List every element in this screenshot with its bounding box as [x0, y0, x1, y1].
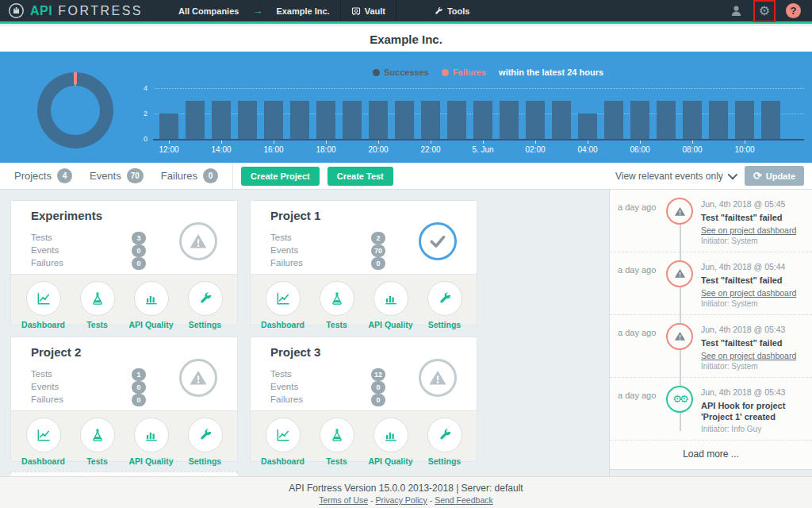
arrow-icon: → [249, 5, 266, 17]
gears-icon: ⚙⚙ [666, 386, 693, 413]
tests-icon [330, 291, 344, 306]
app-logo[interactable]: API FORTRESS [0, 2, 154, 19]
nav-tools[interactable]: Tools [423, 0, 481, 21]
settings-icon [438, 428, 452, 442]
events-filter-dropdown[interactable]: View relevant events only [615, 171, 735, 182]
y-tick-2: 2 [127, 110, 147, 117]
projects-grid: Experiments Tests Events Failures 3 0 0 … [0, 190, 609, 476]
nav-company[interactable]: Example Inc. [266, 0, 339, 21]
counter-failures-badge: 0 [203, 168, 218, 183]
footer-links: Terms of Use - Privacy Policy - Send Fee… [0, 495, 812, 505]
counters: Projects 4 Events 70 Failures 0 [0, 163, 232, 189]
stat-label-failures: Failures [31, 258, 63, 267]
action-dashboard[interactable]: Dashboard [259, 281, 308, 325]
check-icon [427, 231, 448, 252]
create-test-button[interactable]: Create Test [327, 167, 393, 186]
action-tests[interactable]: Tests [312, 281, 362, 325]
counter-projects: Projects 4 [14, 168, 72, 183]
nav-all-companies[interactable]: All Companies [168, 0, 249, 21]
action-settings[interactable]: Settings [181, 418, 230, 461]
nav-vault[interactable]: Vault [340, 0, 396, 21]
legend-caption: within the latest 24 hours [499, 67, 603, 77]
x-tick-mark [588, 140, 588, 144]
action-dashboard[interactable]: Dashboard [259, 418, 308, 461]
stat-label-failures: Failures [270, 394, 303, 404]
project-card-project-2[interactable]: Project 2 Tests Events Failures 1 0 0 Da… [10, 337, 238, 462]
settings-button[interactable]: ⚙ [754, 2, 775, 21]
event-dashboard-link[interactable]: See on project dashboard [701, 225, 806, 235]
x-tick-mark [640, 140, 641, 144]
event-dashboard-link[interactable]: See on project dashboard [701, 288, 806, 298]
navbar-right: ⚙ ? [730, 0, 812, 21]
action-settings[interactable]: Settings [181, 281, 230, 325]
counter-events: Events 70 [90, 168, 144, 183]
toolbar-divider [232, 163, 233, 190]
action-tests[interactable]: Tests [73, 281, 122, 325]
x-tick-label: 12:00 [159, 145, 178, 154]
x-tick-mark [483, 140, 484, 144]
action-dashboard[interactable]: Dashboard [19, 281, 68, 325]
settings-icon [438, 291, 452, 306]
action-tests-label: Tests [73, 320, 122, 329]
dashboard-icon [36, 427, 52, 443]
action-api-quality[interactable]: API Quality [127, 281, 176, 325]
stat-badge-events: 70 [371, 244, 385, 257]
title-bar: Example Inc. [0, 26, 812, 52]
action-api-quality[interactable]: API Quality [127, 418, 176, 461]
dashboard-icon [36, 291, 52, 306]
action-tests[interactable]: Tests [312, 418, 362, 461]
event-warning-icon [666, 323, 693, 350]
event-row: a day ago Jun, 4th 2018 @ 05:44 Test "fa… [610, 252, 812, 315]
stat-badge-tests: 1 [132, 368, 146, 381]
bar [552, 101, 571, 139]
action-tests-label: Tests [312, 456, 362, 466]
event-time: Jun, 4th 2018 @ 05:43 [701, 325, 806, 334]
stat-badge-events: 0 [371, 381, 385, 394]
event-time: Jun, 4th 2018 @ 05:44 [701, 262, 806, 271]
event-initiator: Initiator: System [701, 237, 806, 245]
event-time: Jun, 4th 2018 @ 05:45 [701, 199, 806, 209]
stat-label-tests: Tests [31, 233, 52, 242]
action-dashboard[interactable]: Dashboard [19, 418, 68, 461]
action-tests-label: Tests [73, 456, 122, 466]
load-more-button[interactable]: Load more ... [610, 441, 812, 469]
action-api-quality-label: API Quality [127, 320, 176, 329]
terms-link[interactable]: Terms of Use [319, 495, 368, 505]
nav-company-label: Example Inc. [276, 6, 329, 16]
help-icon: ? [791, 5, 797, 17]
x-tick-label: 18:00 [316, 145, 335, 154]
action-api-quality-label: API Quality [127, 456, 176, 466]
bar [238, 101, 257, 139]
feedback-link[interactable]: Send Feedback [435, 495, 493, 505]
project-card-project-3[interactable]: Project 3 Tests Events Failures 12 0 0 D… [250, 337, 477, 462]
action-settings[interactable]: Settings [420, 281, 469, 325]
action-api-quality-label: API Quality [366, 456, 416, 466]
user-button[interactable] [730, 4, 743, 17]
stat-badge-events: 0 [132, 381, 146, 394]
action-api-quality[interactable]: API Quality [366, 418, 416, 461]
project-card-project-1[interactable]: Project 1 Tests Events Failures 2 70 0 D… [250, 200, 477, 325]
stat-label-tests: Tests [270, 369, 292, 379]
legend-failures: Failures [442, 67, 486, 77]
action-api-quality[interactable]: API Quality [366, 281, 416, 325]
help-button[interactable]: ? [786, 3, 801, 18]
action-settings[interactable]: Settings [420, 418, 469, 461]
event-body: Jun, 4th 2018 @ 05:45 Test "failtest" fa… [701, 199, 806, 245]
privacy-link[interactable]: Privacy Policy [375, 495, 427, 505]
bar [212, 101, 231, 139]
event-dashboard-link[interactable]: See on project dashboard [701, 351, 806, 360]
create-project-button[interactable]: Create Project [241, 167, 320, 186]
tools-icon [434, 6, 443, 16]
logo-icon [8, 2, 25, 19]
legend-successes-label: Successes [384, 67, 429, 77]
status-badge-ok [419, 222, 457, 260]
counter-failures-label: Failures [161, 170, 197, 182]
update-button[interactable]: ⟳ Update [745, 166, 804, 186]
project-card-experiments[interactable]: Experiments Tests Events Failures 3 0 0 … [10, 200, 238, 325]
x-tick-mark [535, 140, 536, 144]
bar [473, 101, 492, 139]
action-tests[interactable]: Tests [73, 418, 122, 461]
dashboard-icon [275, 291, 291, 306]
card-actions: Dashboard Tests API Quality Settings [251, 410, 477, 461]
version-text: API Fortress Version 15.0.0 2013-2018 | … [0, 483, 812, 494]
